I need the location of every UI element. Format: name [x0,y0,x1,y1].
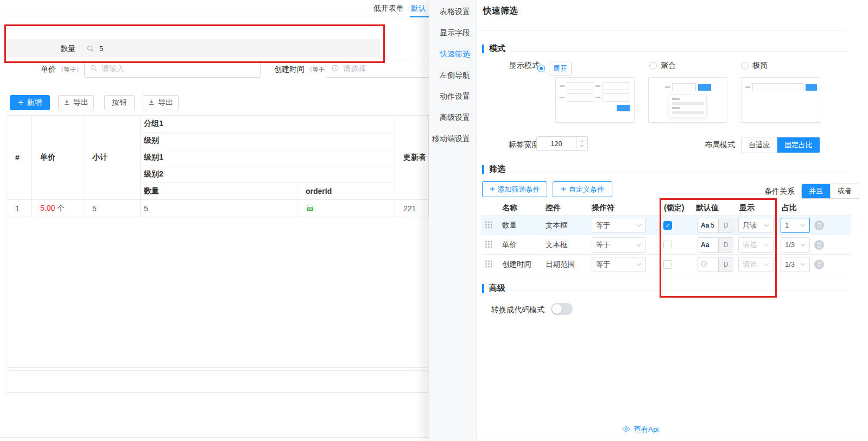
default-value-group: Aa 5 D [698,218,733,233]
cell-price: 5.00 个 [32,200,84,217]
code-mode-label: 转换成代码模式 [491,305,544,315]
export-button-label: 导出 [158,98,173,108]
layout-option-fixed-ratio[interactable]: 固定占比 [777,137,820,153]
col-header-subtotal[interactable]: 小计 [84,116,141,200]
price-filter-operator: 〈等于〉 [58,66,83,74]
col-header-level2[interactable]: 级别2 [141,166,395,183]
export-button-2[interactable]: 导出 [143,95,179,110]
trash-icon[interactable] [814,220,824,230]
eye-icon [622,426,630,434]
section-accent-bar [482,165,484,174]
ratio-select[interactable]: 1 [781,218,810,233]
add-filter-condition-label: 添加筛选条件 [498,185,540,194]
locked-checkbox[interactable] [663,221,672,230]
col-header-level[interactable]: 级别 [141,133,395,149]
custom-condition-button[interactable]: 自定义条件 [553,181,612,197]
tab-low-code-form[interactable]: 低开表单 [373,4,404,14]
display-select[interactable]: 只读 [738,218,774,233]
price-filter-input[interactable]: 请输入 [84,60,261,78]
sidebar-item-left-nav[interactable]: 左侧导航 [440,71,470,80]
chevron-down-icon [636,243,642,247]
mode-option-aggregate[interactable]: 聚合 [649,61,676,71]
layout-option-adaptive[interactable]: 自适应 [742,137,777,153]
mode-preview-expand[interactable] [555,77,635,123]
tab-default-view[interactable]: 默认 [411,4,426,14]
dynamic-default-button[interactable]: D [718,257,733,272]
sidebar-item-table-settings[interactable]: 表格设置 [440,7,470,17]
dynamic-default-button[interactable]: D [718,218,733,232]
drag-handle-icon[interactable] [485,260,492,269]
operator-select[interactable]: 等于 [592,257,646,272]
view-api-link[interactable]: 查看Api [622,425,659,434]
generic-button[interactable]: 按钮 [104,95,135,110]
download-icon [64,98,70,107]
filter-row-qty: 数量 文本框 等于 Aa 5 D 只读 [481,216,851,235]
cell-index: 1 [7,200,32,217]
filter-row-price: 单价 文本框 等于 Aa D 请选 1/3 [481,235,851,254]
ratio-select[interactable]: 1/3 [781,257,810,272]
cell-subtotal: 5 [84,200,141,217]
default-value-input[interactable]: Aa [698,238,718,252]
panel-title: 快速筛选 [483,5,518,17]
label-width-input[interactable]: 120 [536,136,588,151]
add-filter-condition-button[interactable]: 添加筛选条件 [482,181,547,197]
condition-name: 创建时间 [502,260,531,269]
trash-icon[interactable] [814,260,824,269]
section-filter: 筛选 [482,164,847,174]
default-value-input[interactable] [698,257,718,272]
code-mode-toggle[interactable] [551,303,573,315]
add-button[interactable]: 新增 [10,95,50,110]
sidebar-item-advanced-settings[interactable]: 高级设置 [440,113,470,123]
dynamic-default-button[interactable]: D [718,238,733,252]
sidebar-item-action-settings[interactable]: 动作设置 [440,92,470,102]
sidebar-item-quick-filter[interactable]: 快速筛选 [440,49,470,59]
table-row[interactable]: 1 5.00 个 5 5 221 [7,200,429,217]
col-header-group1[interactable]: 分组1 [141,116,395,133]
plus-icon [18,98,24,107]
mode-preview-minimal[interactable] [741,77,820,123]
relation-option-and[interactable]: 并且 [802,184,830,198]
created-filter-input[interactable]: 请选择 [326,60,434,78]
drag-handle-icon[interactable] [485,220,492,230]
col-header-price[interactable]: 单价 [32,116,84,200]
export-button-1[interactable]: 导出 [58,95,94,110]
drag-handle-icon[interactable] [485,240,492,249]
operator-select[interactable]: 等于 [592,218,646,233]
file-attachment-icon[interactable] [306,205,314,213]
default-value-input[interactable]: Aa 5 [698,218,718,232]
locked-checkbox[interactable] [663,241,672,249]
operator-select[interactable]: 等于 [592,237,646,253]
text-type-icon: Aa [701,222,709,229]
active-tab-underline [410,16,429,17]
chevron-down-icon [764,263,769,266]
radio-icon[interactable] [649,62,657,70]
search-icon [90,65,97,73]
relation-option-or[interactable]: 或者 [830,184,859,198]
search-icon [87,45,94,54]
quick-filter-qty-row: 数量 5 [6,39,380,58]
chevron-down-icon [764,224,769,227]
col-header-orderid[interactable]: orderId [297,183,395,200]
mode-option-expand[interactable]: 展开 [537,61,572,76]
col-header-level1[interactable]: 级别1 [141,149,395,166]
section-advanced: 高级 [482,283,847,293]
download-icon [148,98,155,107]
sidebar-item-mobile-settings[interactable]: 移动端设置 [432,134,470,144]
mode-option-minimal[interactable]: 极简 [741,61,768,71]
number-stepper[interactable] [576,137,587,150]
sidebar-item-display-fields[interactable]: 显示字段 [440,28,470,38]
display-select[interactable]: 请选 [738,237,774,253]
radio-icon[interactable] [537,65,545,72]
condition-widget: 文本框 [546,240,568,250]
trash-icon[interactable] [814,240,824,250]
col-header-updater[interactable]: 更新者 [395,116,429,200]
col-header-qty[interactable]: 数量 [141,183,297,200]
default-value-group: Aa D [698,237,733,253]
ratio-select[interactable]: 1/3 [781,237,810,253]
section-filter-title: 筛选 [489,164,505,174]
display-select[interactable]: 请选 [738,257,774,272]
radio-icon[interactable] [741,62,749,70]
locked-checkbox[interactable] [663,260,672,269]
mode-preview-aggregate[interactable] [648,77,727,123]
col-header-index[interactable]: # [7,116,32,200]
